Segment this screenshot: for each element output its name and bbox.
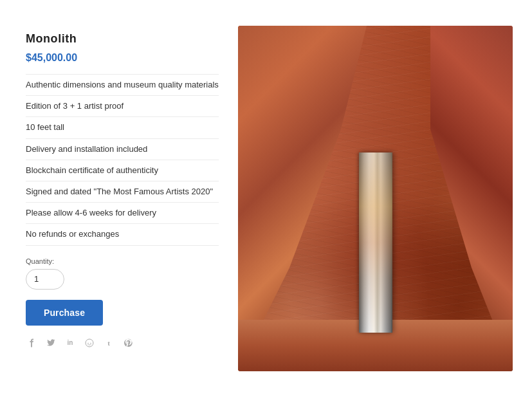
- svg-point-0: [86, 339, 93, 347]
- product-features-list: Authentic dimensions and museum quality …: [26, 74, 219, 246]
- monolith: [359, 152, 392, 333]
- product-image: [238, 26, 513, 371]
- social-icons-row: in t: [26, 337, 219, 349]
- feature-item: Blockchain certificate of authenticity: [26, 160, 219, 181]
- twitter-icon[interactable]: [45, 337, 57, 349]
- product-price: $45,000.00: [26, 52, 219, 64]
- feature-item: Edition of 3 + 1 artist proof: [26, 96, 219, 117]
- reddit-icon[interactable]: [84, 337, 95, 349]
- facebook-icon[interactable]: [26, 337, 37, 349]
- feature-item: Authentic dimensions and museum quality …: [26, 74, 219, 96]
- quantity-section: Quantity:: [26, 257, 219, 290]
- linkedin-icon[interactable]: in: [64, 337, 76, 349]
- product-card: Monolith $45,000.00 Authentic dimensions…: [0, 0, 532, 397]
- product-title: Monolith: [26, 32, 219, 46]
- quantity-input[interactable]: [26, 269, 64, 290]
- quantity-label: Quantity:: [26, 257, 219, 265]
- svg-point-2: [90, 342, 91, 344]
- pinterest-icon[interactable]: [122, 337, 134, 349]
- feature-item: 10 feet tall: [26, 117, 219, 138]
- feature-item: No refunds or exchanges: [26, 224, 219, 245]
- product-info-section: Monolith $45,000.00 Authentic dimensions…: [26, 26, 219, 371]
- svg-point-1: [87, 342, 89, 344]
- purchase-button[interactable]: Purchase: [26, 300, 103, 326]
- feature-item: Delivery and installation included: [26, 139, 219, 160]
- feature-item: Please allow 4-6 weeks for delivery: [26, 203, 219, 224]
- tumblr-icon[interactable]: t: [103, 337, 115, 349]
- feature-item: Signed and dated "The Most Famous Artist…: [26, 181, 219, 203]
